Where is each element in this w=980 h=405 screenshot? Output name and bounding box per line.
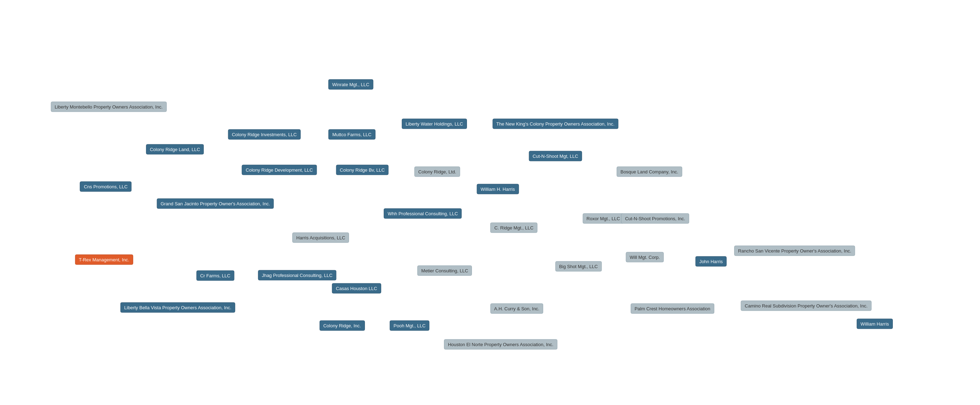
node-liberty_water[interactable]: Liberty Water Holdings, LLC: [402, 118, 467, 129]
node-harris_acquisitions[interactable]: Harris Acquisitions, LLC: [292, 233, 349, 243]
node-cut_n_shoot_mgt[interactable]: Cut-N-Shoot Mgt, LLC: [529, 151, 582, 161]
edge-trex-grand_san_jacinto: [104, 204, 215, 260]
node-big_shot_mgt[interactable]: Big Shot Mgt., LLC: [555, 261, 601, 272]
node-camino_real[interactable]: Camino Real Subdivision Property Owner's…: [741, 300, 871, 311]
node-jhag_consulting[interactable]: Jhag Professional Consulting, LLC: [258, 270, 336, 280]
node-colony_ridge_ltd[interactable]: Colony Ridge, Ltd.: [415, 166, 460, 177]
edge-trex-liberty_bella_vista: [104, 260, 178, 308]
node-roxor_mgt[interactable]: Roxor Mgt., LLC: [582, 213, 624, 223]
edge-john_harris-william_harris: [711, 261, 875, 324]
edge-trex-colony_ridge_inc: [104, 260, 342, 325]
edge-trex-whh_consulting: [104, 214, 423, 260]
edge-palm_crest-john_harris: [673, 261, 711, 309]
node-colony_ridge_land[interactable]: Colony Ridge Land, LLC: [146, 144, 204, 154]
node-cns_promotions[interactable]: Cns Promotions, LLC: [80, 182, 132, 192]
node-ah_curry[interactable]: A.H. Curry & Son, Inc.: [490, 304, 544, 314]
edge-c_ridge_mgt-john_harris: [514, 228, 711, 261]
node-liberty_bella_vista[interactable]: Liberty Bella Vista Property Owners Asso…: [121, 302, 235, 313]
node-new_kings_colony[interactable]: The New King's Colony Property Owners As…: [493, 118, 618, 129]
edge-trex-cns_promotions: [104, 187, 106, 260]
node-bosque_land[interactable]: Bosque Land Company, Inc.: [616, 166, 682, 177]
edge-john_harris-camino_real: [711, 261, 806, 306]
edge-metier_consulting-c_ridge_mgt: [445, 228, 514, 271]
node-colony_ridge_inc[interactable]: Colony Ridge, Inc.: [319, 320, 364, 330]
node-whh_consulting[interactable]: Whh Professional Consulting, LLC: [384, 208, 461, 218]
node-cr_farms[interactable]: Cr Farms, LLC: [196, 271, 234, 281]
node-muttco_farms[interactable]: Muttco Farms, LLC: [328, 129, 375, 139]
node-will_mgt[interactable]: Will Mgt. Corp.: [626, 252, 663, 262]
node-c_ridge_mgt[interactable]: C. Ridge Mgt., LLC: [490, 223, 538, 233]
node-palm_crest[interactable]: Palm Crest Homeowners Association: [631, 304, 714, 314]
node-colony_ridge_bv[interactable]: Colony Ridge Bv, LLC: [336, 164, 389, 175]
node-rancho_san_vicente[interactable]: Rancho San Vicente Property Owner's Asso…: [734, 246, 855, 256]
edge-trex-harris_acquisitions: [104, 238, 321, 259]
node-cut_n_shoot_promotions[interactable]: Cut-N-Shoot Promotions, Inc.: [621, 213, 689, 223]
node-casas_houston[interactable]: Casas Houston LLC: [332, 283, 381, 293]
node-john_harris[interactable]: John Harris: [695, 256, 727, 266]
node-colony_ridge_development[interactable]: Colony Ridge Development, LLC: [242, 164, 317, 175]
node-winrate_mgt[interactable]: Winrate Mgt., LLC: [328, 79, 374, 89]
edge-trex-colony_ridge_bv: [104, 170, 363, 260]
node-trex[interactable]: T-Rex Management, Inc.: [75, 254, 133, 265]
node-william_h_harris[interactable]: William H. Harris: [477, 184, 519, 195]
edge-trex-metier_consulting: [104, 260, 445, 271]
edge-ah_curry-john_harris: [517, 261, 711, 309]
node-grand_san_jacinto[interactable]: Grand San Jacinto Property Owner's Assoc…: [157, 198, 274, 209]
graph-container: T-Rex Management, Inc.Liberty Montebello…: [0, 0, 980, 405]
edge-new_kings_colony-john_harris: [555, 124, 711, 261]
node-colony_ridge_investments[interactable]: Colony Ridge Investments, LLC: [228, 129, 301, 139]
node-william_harris[interactable]: William Harris: [857, 319, 893, 329]
node-houston_el_norte[interactable]: Houston El Norte Property Owners Associa…: [444, 339, 557, 349]
node-liberty_montebello[interactable]: Liberty Montebello Property Owners Assoc…: [51, 102, 167, 112]
node-metier_consulting[interactable]: Metier Consulting, LLC: [417, 266, 472, 276]
edge-liberty_water-william_h_harris: [434, 124, 498, 189]
edge-houston_el_norte-john_harris: [501, 261, 711, 344]
node-pooh_mgt[interactable]: Pooh Mgt., LLC: [390, 320, 430, 330]
